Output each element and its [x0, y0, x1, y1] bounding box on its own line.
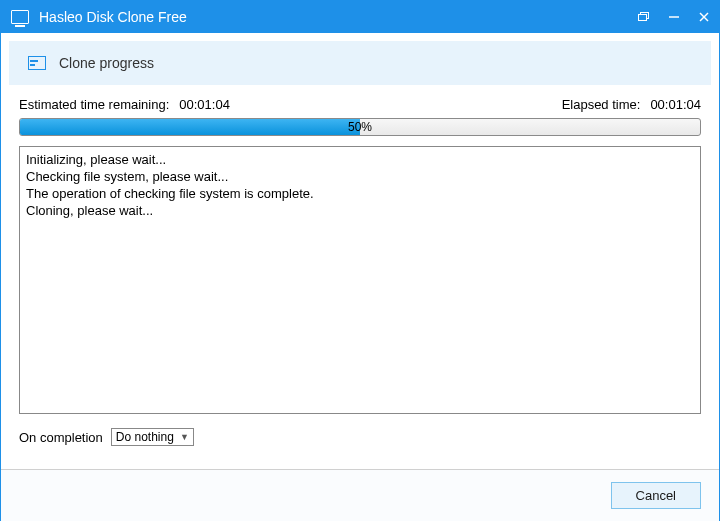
completion-label: On completion	[19, 430, 103, 445]
svg-rect-1	[639, 15, 647, 21]
restore-down-icon[interactable]	[637, 10, 651, 24]
progress-icon	[27, 53, 47, 73]
content-area: Estimated time remaining: 00:01:04 Elaps…	[1, 93, 719, 446]
close-icon[interactable]	[697, 10, 711, 24]
time-row: Estimated time remaining: 00:01:04 Elaps…	[19, 97, 701, 112]
elapsed-label: Elapsed time:	[562, 97, 641, 112]
log-line: Cloning, please wait...	[26, 202, 694, 219]
minimize-icon[interactable]	[667, 10, 681, 24]
page-title: Clone progress	[59, 55, 154, 71]
progress-text: 50%	[20, 119, 700, 135]
completion-row: On completion Do nothing ▼	[19, 428, 701, 446]
elapsed-value: 00:01:04	[650, 97, 701, 112]
remaining-value: 00:01:04	[179, 97, 230, 112]
titlebar: Hasleo Disk Clone Free	[1, 1, 719, 33]
cancel-button[interactable]: Cancel	[611, 482, 701, 509]
chevron-down-icon: ▼	[180, 432, 189, 442]
log-output: Initializing, please wait...Checking fil…	[19, 146, 701, 414]
app-icon	[11, 10, 29, 24]
completion-selected: Do nothing	[116, 430, 174, 444]
completion-select[interactable]: Do nothing ▼	[111, 428, 194, 446]
window-controls	[637, 10, 711, 24]
window-title: Hasleo Disk Clone Free	[39, 9, 637, 25]
remaining-label: Estimated time remaining:	[19, 97, 169, 112]
subheader: Clone progress	[9, 41, 711, 85]
footer: Cancel	[1, 469, 719, 521]
progress-bar: 50%	[19, 118, 701, 136]
log-line: Checking file system, please wait...	[26, 168, 694, 185]
log-line: The operation of checking file system is…	[26, 185, 694, 202]
log-line: Initializing, please wait...	[26, 151, 694, 168]
